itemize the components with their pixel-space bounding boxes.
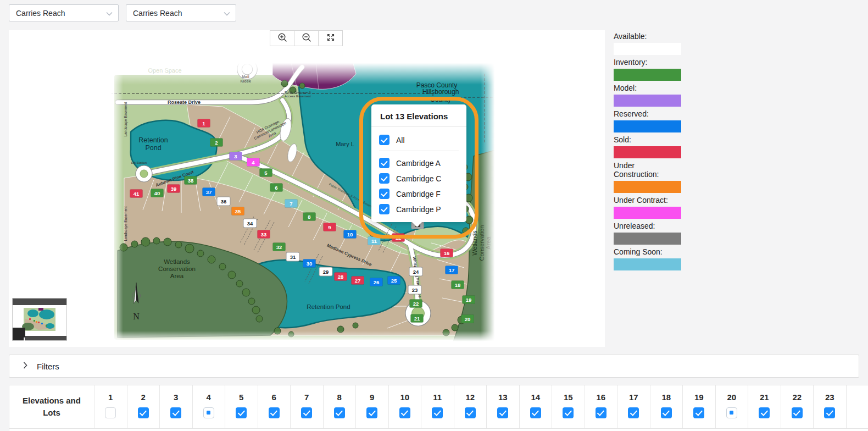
- lot-marker-19[interactable]: 19: [463, 296, 475, 304]
- lot-marker-28[interactable]: 28: [335, 273, 347, 281]
- lot-column-checkbox-22[interactable]: [792, 407, 803, 418]
- lot-marker-12[interactable]: 12: [392, 234, 405, 242]
- lot-marker-1[interactable]: 1: [198, 119, 210, 128]
- lot-column-checkbox-7[interactable]: [301, 407, 312, 418]
- lot-column-checkbox-15[interactable]: [563, 407, 574, 418]
- elevation-cambridge-f-row[interactable]: Cambridge F: [379, 189, 459, 199]
- lot-column-label: 22: [792, 393, 802, 402]
- lot-marker-6[interactable]: 6: [270, 184, 283, 192]
- lot-marker-30[interactable]: 30: [303, 259, 316, 268]
- lot-marker-18[interactable]: 18: [452, 281, 464, 289]
- elevation-cambridge-p-row[interactable]: Cambridge P: [379, 204, 459, 214]
- lot-marker-4[interactable]: 4: [247, 158, 260, 167]
- lot-marker-26[interactable]: 26: [370, 278, 383, 286]
- lot-column-checkbox-10[interactable]: [399, 407, 410, 418]
- lot-marker-3[interactable]: 3: [230, 152, 242, 161]
- community-select-2[interactable]: Carries Reach: [126, 4, 236, 21]
- lot-column-checkbox-18[interactable]: [661, 407, 672, 418]
- legend-swatch: [614, 95, 681, 107]
- zoom-out-button[interactable]: [294, 30, 319, 46]
- zoom-out-icon: [301, 32, 312, 45]
- lot-marker-9[interactable]: 9: [324, 223, 336, 231]
- lot-marker-29[interactable]: 29: [320, 268, 332, 276]
- filters-bar[interactable]: Filters: [9, 355, 859, 378]
- lot-marker-25[interactable]: 25: [388, 277, 400, 285]
- lot-marker-35[interactable]: 35: [232, 207, 244, 216]
- lot-marker-40[interactable]: 40: [151, 189, 164, 197]
- lot-marker-22[interactable]: 22: [410, 300, 422, 308]
- legend-item: Sold:: [614, 135, 682, 158]
- lot-column-checkbox-13[interactable]: [497, 407, 508, 418]
- lot-marker-2[interactable]: 2: [210, 139, 223, 147]
- lot-column-label: 6: [272, 393, 276, 402]
- lot-marker-10[interactable]: 10: [344, 230, 357, 239]
- lot-column-9: 9: [356, 385, 389, 428]
- chevron-down-icon: [106, 9, 113, 18]
- elevation-popup: Lot 13 Elevations AllCambridge ACambridg…: [371, 104, 466, 222]
- lot-marker-27[interactable]: 27: [352, 277, 364, 285]
- lot-column-checkbox-16[interactable]: [596, 407, 607, 418]
- minimap[interactable]: [12, 298, 67, 341]
- lot-column-checkbox-17[interactable]: [628, 407, 639, 418]
- lot-marker-36[interactable]: 36: [218, 197, 230, 206]
- elevation-cambridge-f-checkbox[interactable]: [379, 189, 390, 199]
- fullscreen-icon: [326, 32, 336, 45]
- fullscreen-button[interactable]: [318, 30, 343, 46]
- legend-label: Available:: [614, 32, 682, 41]
- lot-column-checkbox-1[interactable]: [105, 407, 116, 418]
- legend-label: Coming Soon:: [614, 247, 682, 256]
- lot-marker-34[interactable]: 34: [244, 219, 257, 228]
- lot-column-checkbox-21[interactable]: [759, 407, 770, 418]
- elevation-cambridge-a-checkbox[interactable]: [379, 158, 390, 168]
- lot-marker-8[interactable]: 8: [303, 213, 316, 221]
- lot-column-13: 13: [487, 385, 520, 428]
- lot-column-checkbox-2[interactable]: [138, 407, 149, 418]
- lot-marker-38[interactable]: 38: [185, 176, 197, 185]
- elevation-cambridge-c-checkbox[interactable]: [379, 173, 390, 184]
- lot-column-checkbox-3[interactable]: [170, 407, 181, 418]
- elevation-cambridge-a-row[interactable]: Cambridge A: [379, 158, 459, 168]
- lot-column-label: 18: [661, 393, 671, 402]
- lot-column-checkbox-8[interactable]: [334, 407, 345, 418]
- lot-marker-33[interactable]: 33: [258, 230, 270, 239]
- lot-column-checkbox-11[interactable]: [432, 407, 443, 418]
- elevation-cambridge-c-row[interactable]: Cambridge C: [379, 173, 459, 184]
- lot-marker-37[interactable]: 37: [203, 188, 215, 196]
- lot-column-checkbox-20[interactable]: [726, 407, 737, 418]
- lot-marker-31[interactable]: 31: [287, 253, 299, 261]
- lot-column-checkbox-5[interactable]: [236, 407, 247, 418]
- legend-swatch: [614, 69, 681, 81]
- lot-column-checkbox-9[interactable]: [366, 407, 377, 418]
- lot-column-checkbox-4[interactable]: [203, 407, 214, 418]
- lot-marker-41[interactable]: 41: [130, 190, 143, 198]
- elevation-all-row[interactable]: All: [379, 135, 459, 145]
- lot-column-checkbox-14[interactable]: [530, 407, 541, 418]
- lot-marker-11[interactable]: 11: [368, 237, 381, 245]
- lot-column-checkbox-23[interactable]: [824, 407, 835, 418]
- lot-marker-5[interactable]: 5: [260, 169, 272, 177]
- lot-column-21: 21: [748, 385, 781, 428]
- elevation-cambridge-p-checkbox[interactable]: [379, 204, 390, 214]
- zoom-in-button[interactable]: [270, 30, 294, 46]
- lot-column-checkbox-12[interactable]: [465, 407, 476, 418]
- lot-column-label: 9: [370, 393, 374, 402]
- lot-marker-32[interactable]: 32: [273, 243, 286, 251]
- lot-column-label: 12: [465, 393, 475, 402]
- lot-column-label: 2: [141, 393, 146, 402]
- lot-marker-7[interactable]: 7: [285, 200, 298, 208]
- lot-marker-16[interactable]: 16: [441, 249, 453, 257]
- lot-marker-23[interactable]: 23: [409, 286, 421, 294]
- community-select-1[interactable]: Carries Reach: [9, 4, 119, 21]
- lot-column-24: 24: [847, 385, 868, 428]
- lot-marker-21[interactable]: 21: [411, 314, 424, 323]
- lot-column-checkbox-6[interactable]: [269, 407, 280, 418]
- elevation-all-checkbox[interactable]: [379, 135, 390, 145]
- lot-column-5: 5: [225, 385, 258, 428]
- elevation-popup-body: AllCambridge ACambridge CCambridge FCamb…: [371, 127, 466, 222]
- lot-column-checkbox-19[interactable]: [693, 407, 704, 418]
- lot-marker-17[interactable]: 17: [446, 266, 458, 274]
- resize-corner-icon[interactable]: [13, 328, 25, 340]
- lot-marker-39[interactable]: 39: [168, 185, 180, 193]
- lot-marker-20[interactable]: 20: [461, 315, 474, 323]
- lot-marker-24[interactable]: 24: [410, 268, 422, 276]
